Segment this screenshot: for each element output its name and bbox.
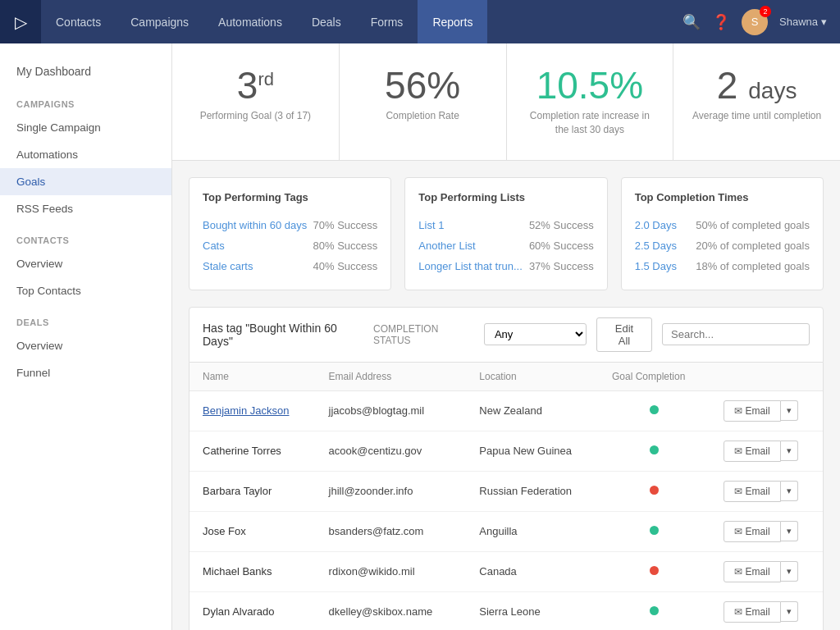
email-button[interactable]: ✉ Email (724, 521, 781, 542)
completion-pct-2: 18% of completed goals (696, 260, 810, 272)
sidebar-single-campaign[interactable]: Single Campaign (0, 114, 171, 141)
cell-goal-completion (599, 431, 710, 471)
contact-name-link[interactable]: Benjamin Jackson (203, 404, 290, 417)
completion-row-1: 2.5 Days 20% of completed goals (635, 235, 810, 256)
edit-all-button[interactable]: Edit All (596, 317, 652, 352)
notification-badge: 2 (760, 6, 771, 17)
cell-goal-completion (599, 591, 710, 630)
nav-reports[interactable]: Reports (418, 0, 487, 43)
contact-name: Jose Fox (203, 525, 246, 537)
tag-row-1: Cats 80% Success (203, 235, 377, 256)
stat-completion-increase-value: 10.5% (523, 66, 657, 104)
stat-completion-increase: 10.5% Completion rate increase in the la… (507, 43, 674, 160)
status-dot (650, 405, 659, 414)
list-row-2: Longer List that trun... 37% Success (418, 256, 593, 276)
email-button[interactable]: ✉ Email (724, 400, 781, 422)
email-dropdown-button[interactable]: ▾ (781, 561, 798, 582)
email-btn-label: Email (746, 606, 770, 618)
list-row-1: Another List 60% Success (418, 235, 593, 256)
sidebar-automations[interactable]: Automations (0, 141, 171, 168)
email-dropdown-button[interactable]: ▾ (781, 400, 798, 421)
filter-search-input[interactable] (662, 323, 810, 345)
sidebar-top-contacts[interactable]: Top Contacts (0, 277, 171, 304)
top-nav: ▷ Contacts Campaigns Automations Deals F… (0, 0, 840, 43)
tag-link-1[interactable]: Cats (203, 240, 225, 252)
stat-avg-time: 2 days Average time until completion (673, 43, 840, 160)
top-performing-tags-card: Top Performing Tags Bought within 60 day… (189, 177, 391, 290)
tag-row-2: Stale carts 40% Success (203, 256, 377, 276)
stat-avg-time-label: Average time until completion (690, 109, 824, 123)
sidebar-goals[interactable]: Goals (0, 168, 171, 195)
table-row: Michael Banks rdixon@wikido.mil Canada ✉… (189, 551, 823, 591)
table-row: Dylan Alvarado dkelley@skibox.name Sierr… (189, 591, 823, 630)
chevron-down-icon: ▾ (787, 606, 792, 616)
nav-campaigns[interactable]: Campaigns (116, 0, 203, 43)
chevron-down-icon: ▾ (787, 526, 792, 536)
nav-contacts[interactable]: Contacts (41, 0, 116, 43)
list-link-0[interactable]: List 1 (418, 219, 444, 231)
sidebar-deals-overview[interactable]: Overview (0, 332, 171, 359)
nav-forms[interactable]: Forms (356, 0, 418, 43)
email-dropdown-button[interactable]: ▾ (781, 601, 798, 622)
email-icon: ✉ (734, 566, 742, 578)
cell-action: ✉ Email ▾ (710, 591, 823, 630)
email-dropdown-button[interactable]: ▾ (781, 521, 798, 541)
col-name: Name (189, 363, 316, 391)
completion-row-2: 1.5 Days 18% of completed goals (635, 256, 810, 276)
sidebar-funnel[interactable]: Funnel (0, 359, 171, 386)
chevron-down-icon: ▾ (787, 445, 792, 455)
tag-link-0[interactable]: Bought within 60 days (203, 219, 307, 231)
sidebar-dashboard[interactable]: My Dashboard (0, 57, 171, 86)
cell-goal-completion (599, 471, 710, 511)
user-menu[interactable]: Shawna ▾ (779, 16, 827, 28)
email-button[interactable]: ✉ Email (724, 561, 781, 582)
nav-items: Contacts Campaigns Automations Deals For… (41, 0, 682, 43)
sidebar-contacts-overview[interactable]: Overview (0, 250, 171, 277)
email-dropdown-button[interactable]: ▾ (781, 481, 798, 501)
cell-email: rdixon@wikido.mil (316, 551, 467, 591)
completion-status-select[interactable]: Any Completed Not Completed (484, 323, 587, 345)
completion-row-0: 2.0 Days 50% of completed goals (635, 215, 810, 235)
nav-deals[interactable]: Deals (297, 0, 356, 43)
filter-select-wrap: Any Completed Not Completed (484, 323, 587, 345)
sidebar-rss-feeds[interactable]: RSS Feeds (0, 195, 171, 222)
tag-success-0: 70% Success (313, 219, 378, 231)
completion-day-1: 2.5 Days (635, 240, 677, 252)
status-dot (650, 606, 659, 615)
email-dropdown-button[interactable]: ▾ (781, 441, 798, 461)
cell-name: Dylan Alvarado (189, 591, 316, 630)
email-button[interactable]: ✉ Email (724, 481, 781, 502)
cell-name: Jose Fox (189, 511, 316, 551)
tag-success-2: 40% Success (313, 260, 378, 272)
help-icon[interactable]: ❓ (712, 13, 730, 31)
email-btn-label: Email (746, 526, 770, 537)
cell-action: ✉ Email ▾ (710, 551, 823, 591)
list-link-1[interactable]: Another List (418, 240, 475, 252)
nav-automations[interactable]: Automations (203, 0, 297, 43)
list-link-2[interactable]: Longer List that trun... (418, 260, 522, 272)
top-performing-lists-title: Top Performing Lists (418, 191, 593, 203)
email-btn-label: Email (746, 566, 770, 578)
status-dot (650, 526, 659, 535)
cell-action: ✉ Email ▾ (710, 431, 823, 471)
cell-name: Catherine Torres (189, 431, 316, 471)
completion-pct-0: 50% of completed goals (696, 219, 810, 231)
stat-avg-time-value: 2 days (690, 66, 824, 104)
cell-location: Sierra Leone (466, 591, 599, 630)
col-goal-completion: Goal Completion (599, 363, 710, 391)
email-button[interactable]: ✉ Email (724, 601, 781, 623)
avatar[interactable]: S 2 (742, 9, 768, 35)
stat-completion-increase-label: Completion rate increase in the last 30 … (523, 109, 657, 137)
tag-row-0: Bought within 60 days 70% Success (203, 215, 377, 235)
cell-email: jhill@zoonder.info (316, 471, 467, 511)
cell-name: Benjamin Jackson (189, 390, 316, 431)
top-completion-times-card: Top Completion Times 2.0 Days 50% of com… (621, 177, 824, 290)
search-icon[interactable]: 🔍 (682, 13, 701, 31)
chevron-down-icon: ▾ (787, 405, 792, 415)
app-logo[interactable]: ▷ (0, 0, 41, 43)
tag-link-2[interactable]: Stale carts (203, 260, 253, 272)
status-dot (650, 566, 659, 575)
list-success-1: 60% Success (529, 240, 594, 252)
email-button[interactable]: ✉ Email (724, 441, 781, 462)
completion-day-2: 1.5 Days (635, 260, 677, 272)
